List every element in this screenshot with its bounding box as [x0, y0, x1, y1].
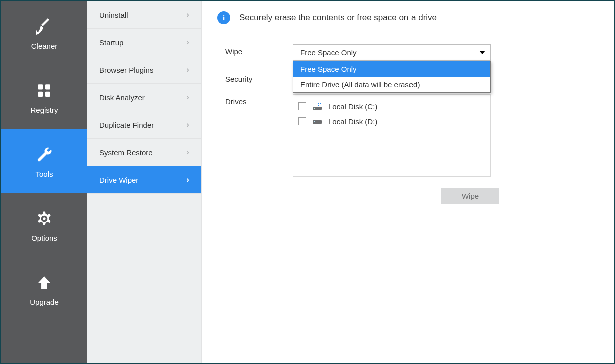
- chevron-right-icon: ›: [186, 147, 189, 157]
- panel-header: i Securely erase the contents or free sp…: [217, 11, 599, 24]
- tool-item-system-restore[interactable]: System Restore ›: [87, 139, 201, 166]
- sidebar-label: Tools: [35, 170, 53, 178]
- sidebar-item-cleaner[interactable]: Cleaner: [1, 1, 87, 65]
- tool-label: Drive Wiper: [99, 176, 138, 184]
- drive-label: Local Disk (D:): [328, 117, 377, 126]
- chevron-right-icon: ›: [186, 120, 189, 130]
- svg-rect-3: [45, 91, 50, 96]
- sidebar-label: Upgrade: [30, 298, 59, 306]
- chevron-right-icon: ›: [186, 10, 189, 20]
- tool-item-browser-plugins[interactable]: Browser Plugins ›: [87, 56, 201, 84]
- drive-row-d[interactable]: Local Disk (D:): [298, 114, 485, 129]
- tool-item-uninstall[interactable]: Uninstall ›: [87, 1, 201, 29]
- tool-label: Browser Plugins: [99, 66, 153, 74]
- info-icon: i: [217, 11, 230, 24]
- primary-sidebar: Cleaner Registry Tools Options Upgrade: [1, 1, 87, 363]
- sidebar-label: Options: [31, 234, 57, 242]
- drive-row-c[interactable]: Local Disk (C:): [298, 99, 485, 114]
- chevron-right-icon: ›: [186, 92, 189, 102]
- svg-rect-10: [314, 121, 315, 122]
- svg-rect-5: [314, 108, 315, 109]
- sidebar-label: Registry: [30, 106, 58, 114]
- drive-icon: [312, 117, 322, 125]
- sidebar-item-registry[interactable]: Registry: [1, 65, 87, 129]
- tool-item-duplicate-finder[interactable]: Duplicate Finder ›: [87, 111, 201, 139]
- chevron-right-icon: ›: [186, 175, 189, 185]
- security-label: Security: [225, 72, 293, 83]
- wipe-mode-dropdown: Free Space Only Entire Drive (All data w…: [293, 61, 491, 93]
- tool-label: Startup: [99, 38, 123, 47]
- wipe-select-value: Free Space Only: [300, 48, 357, 57]
- chevron-right-icon: ›: [186, 65, 189, 75]
- tool-label: Duplicate Finder: [99, 121, 154, 129]
- system-drive-icon: [312, 102, 322, 110]
- tool-item-drive-wiper[interactable]: Drive Wiper ›: [87, 166, 201, 194]
- tool-label: Disk Analyzer: [99, 93, 145, 102]
- wipe-option-entire-drive[interactable]: Entire Drive (All data will be erased): [293, 77, 490, 92]
- tool-label: System Restore: [99, 148, 153, 157]
- sidebar-item-tools[interactable]: Tools: [1, 129, 87, 193]
- svg-rect-8: [318, 105, 319, 106]
- drive-checkbox[interactable]: [298, 117, 306, 125]
- wrench-icon: [34, 145, 54, 165]
- tool-label: Uninstall: [99, 11, 128, 19]
- tools-submenu: Uninstall › Startup › Browser Plugins › …: [87, 1, 202, 363]
- grid-icon: [34, 81, 54, 101]
- gear-icon: [34, 209, 54, 229]
- svg-rect-0: [38, 84, 43, 89]
- sidebar-item-options[interactable]: Options: [1, 193, 87, 257]
- sidebar-label: Cleaner: [31, 42, 58, 50]
- panel-header-text: Securely erase the contents or free spac…: [239, 13, 437, 23]
- tool-item-disk-analyzer[interactable]: Disk Analyzer ›: [87, 84, 201, 111]
- drive-label: Local Disk (C:): [328, 102, 377, 111]
- arrow-up-icon: [34, 273, 54, 293]
- tool-item-startup[interactable]: Startup ›: [87, 29, 201, 56]
- wipe-label: Wipe: [225, 44, 293, 56]
- drives-list: Local Disk (C:) Local Disk (D:): [293, 94, 491, 177]
- svg-rect-7: [320, 103, 321, 104]
- drive-wiper-panel: i Securely erase the contents or free sp…: [202, 1, 614, 363]
- wipe-mode-select[interactable]: Free Space Only: [293, 44, 491, 61]
- wipe-option-free-space[interactable]: Free Space Only: [293, 61, 490, 77]
- wipe-button[interactable]: Wipe: [441, 188, 499, 204]
- chevron-right-icon: ›: [186, 37, 189, 47]
- sidebar-item-upgrade[interactable]: Upgrade: [1, 257, 87, 321]
- brush-icon: [34, 17, 54, 37]
- drive-checkbox[interactable]: [298, 102, 306, 110]
- svg-rect-6: [318, 103, 319, 104]
- svg-rect-1: [45, 84, 50, 89]
- chevron-down-icon: [479, 51, 485, 54]
- drives-label: Drives: [225, 94, 293, 106]
- svg-rect-2: [38, 91, 43, 96]
